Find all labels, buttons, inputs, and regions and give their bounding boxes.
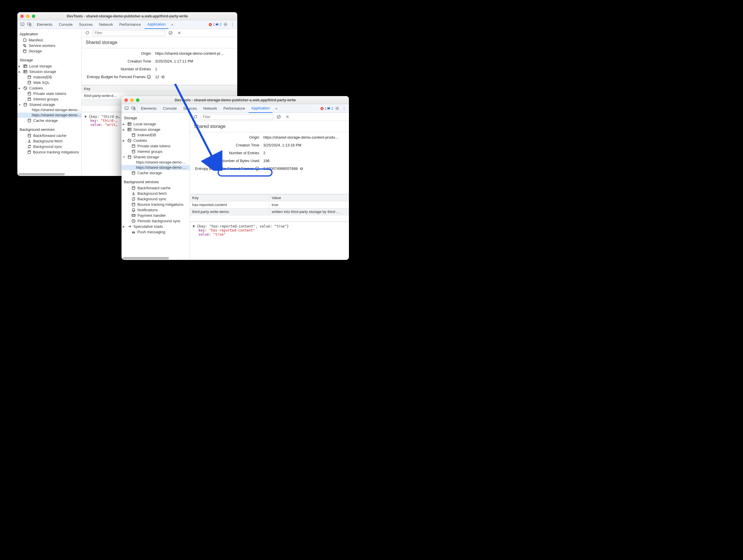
more-tabs-chevron-icon[interactable]: » [169, 21, 175, 28]
zoom-window-button[interactable] [32, 14, 35, 18]
device-toggle-icon[interactable] [130, 105, 137, 112]
sidebar-item-shared-storage[interactable]: ▼Shared storage [17, 102, 81, 107]
horizontal-scrollbar[interactable] [18, 173, 65, 175]
inspect-icon[interactable] [123, 105, 130, 112]
sidebar-item-websql[interactable]: Web SQL [17, 80, 81, 85]
close-window-button[interactable] [124, 98, 128, 102]
sidebar-item-storage[interactable]: Storage [17, 48, 81, 54]
chevron-right-icon[interactable]: ▶ [123, 128, 126, 131]
sidebar-item-notifications[interactable]: Notifications [122, 207, 189, 213]
sidebar-item-interest-groups[interactable]: Interest groups [17, 96, 81, 102]
zoom-window-button[interactable] [136, 98, 139, 102]
info-icon[interactable] [255, 166, 259, 171]
minimize-window-button[interactable] [130, 98, 134, 102]
sidebar-subitem-origin[interactable]: https://shared-storage-demo-… [122, 160, 189, 165]
tab-console[interactable]: Console [56, 20, 76, 29]
sidebar-item-background-fetch[interactable]: Background fetch [17, 138, 81, 144]
clear-icon[interactable] [167, 30, 174, 36]
refresh-icon[interactable] [84, 30, 90, 36]
tab-performance[interactable]: Performance [220, 104, 248, 113]
reset-icon[interactable] [300, 166, 304, 171]
chevron-down-icon[interactable]: ▼ [18, 103, 21, 106]
sidebar-item-payment-handler[interactable]: Payment handler [122, 213, 189, 218]
sidebar-item-private-state-tokens[interactable]: Private state tokens [17, 91, 81, 96]
reset-icon[interactable] [161, 75, 165, 79]
more-tabs-chevron-icon[interactable]: » [273, 105, 279, 112]
filter-input[interactable] [201, 114, 273, 120]
sidebar-item-bounce-tracking[interactable]: Bounce tracking mitigations [17, 149, 81, 155]
sidebar-item-indexeddb[interactable]: IndexedDB [17, 74, 81, 80]
tab-application[interactable]: Application [144, 20, 169, 29]
sidebar-item-background-sync[interactable]: Background sync [17, 144, 81, 149]
sidebar-item-private-state-tokens[interactable]: Private state tokens [122, 143, 189, 149]
sidebar-item-bounce-tracking[interactable]: Bounce tracking mitigations [122, 202, 189, 207]
sidebar-item-session-storage[interactable]: ▶Session storage [17, 69, 81, 74]
svg-point-34 [129, 140, 129, 140]
sidebar-item-cookies[interactable]: ▶Cookies [122, 138, 189, 143]
sidebar-subitem-origin[interactable]: https://shared-storage-demo-… [17, 113, 81, 118]
tab-elements[interactable]: Elements [34, 20, 55, 29]
tab-elements[interactable]: Elements [138, 104, 160, 113]
tab-sources[interactable]: Sources [76, 20, 96, 29]
sidebar-item-interest-groups[interactable]: Interest groups [122, 149, 189, 154]
tab-performance[interactable]: Performance [116, 20, 143, 29]
sidebar-item-session-storage[interactable]: ▶Session storage [122, 127, 189, 132]
close-icon[interactable] [284, 114, 291, 120]
svg-rect-0 [20, 23, 24, 25]
clear-icon[interactable] [275, 114, 282, 120]
kebab-menu-icon[interactable]: ⋮ [341, 105, 347, 112]
window-titlebar[interactable]: DevTools - shared-storage-demo-publisher… [17, 12, 237, 20]
close-window-button[interactable] [20, 14, 24, 18]
info-icon[interactable] [147, 75, 151, 79]
sidebar-subitem-origin[interactable]: https://shared-storage-demo-… [17, 107, 81, 113]
application-sidebar[interactable]: Application Manifest Service workers Sto… [17, 29, 82, 176]
sidebar-item-back-forward-cache[interactable]: Back/forward cache [122, 185, 189, 191]
chevron-down-icon[interactable]: ▼ [123, 156, 126, 159]
sidebar-item-background-sync[interactable]: Background sync [122, 196, 189, 202]
chevron-right-icon[interactable]: ▶ [18, 70, 21, 73]
tab-console[interactable]: Console [160, 104, 180, 113]
sidebar-item-service-workers[interactable]: Service workers [17, 43, 81, 48]
sidebar-item-manifest[interactable]: Manifest [17, 37, 81, 43]
sidebar-item-local-storage[interactable]: ▶Local storage [122, 121, 189, 127]
chevron-right-icon[interactable]: ▶ [123, 123, 126, 126]
sidebar-item-cache-storage[interactable]: Cache storage [122, 170, 189, 176]
horizontal-scrollbar[interactable] [123, 257, 169, 259]
sidebar-item-back-forward-cache[interactable]: Back/forward cache [17, 133, 81, 138]
sidebar-item-cache-storage[interactable]: Cache storage [17, 118, 81, 123]
tab-application[interactable]: Application [249, 104, 273, 113]
sidebar-item-cookies[interactable]: ▶Cookies [17, 85, 81, 91]
sidebar-item-periodic-sync[interactable]: Periodic background sync [122, 218, 189, 224]
tab-network[interactable]: Network [96, 20, 116, 29]
tab-network[interactable]: Network [201, 104, 220, 113]
sidebar-item-push-messaging[interactable]: Push messaging [122, 229, 189, 235]
chevron-right-icon[interactable]: ▶ [123, 225, 126, 228]
filter-input[interactable] [93, 30, 165, 36]
close-icon[interactable] [176, 30, 182, 36]
sidebar-item-shared-storage[interactable]: ▼Shared storage [122, 154, 189, 160]
message-count-badge[interactable]: 2 [215, 23, 222, 27]
table-row[interactable]: has-reported-contenttrue [190, 202, 349, 208]
minimize-window-button[interactable] [26, 14, 30, 18]
settings-gear-icon[interactable] [334, 105, 340, 112]
sidebar-item-indexeddb[interactable]: IndexedDB [122, 132, 189, 138]
sidebar-item-background-fetch[interactable]: Background fetch [122, 191, 189, 196]
error-count-badge[interactable]: 1 [209, 23, 215, 27]
window-titlebar[interactable]: DevTools - shared-storage-demo-publisher… [122, 96, 349, 104]
tab-sources[interactable]: Sources [180, 104, 200, 113]
sidebar-item-local-storage[interactable]: ▶Local storage [17, 63, 81, 69]
sidebar-subitem-origin[interactable]: https://shared-storage-demo-… [122, 165, 189, 170]
error-count-badge[interactable]: 1 [320, 106, 326, 111]
table-row[interactable]: third-party-write-demowritten into third… [190, 208, 349, 215]
settings-gear-icon[interactable] [222, 21, 228, 28]
device-toggle-icon[interactable] [26, 21, 32, 28]
application-sidebar[interactable]: Storage ▶Local storage ▶Session storage … [122, 113, 190, 260]
message-count-badge[interactable]: 2 [327, 106, 333, 111]
kebab-menu-icon[interactable]: ⋮ [229, 21, 235, 28]
sidebar-item-speculative-loads[interactable]: ▶Speculative loads [122, 224, 189, 229]
refresh-icon[interactable] [192, 114, 199, 120]
chevron-right-icon[interactable]: ▶ [18, 65, 21, 68]
inspect-icon[interactable] [19, 21, 26, 28]
chevron-right-icon[interactable]: ▶ [18, 87, 21, 90]
chevron-right-icon[interactable]: ▶ [123, 139, 126, 142]
